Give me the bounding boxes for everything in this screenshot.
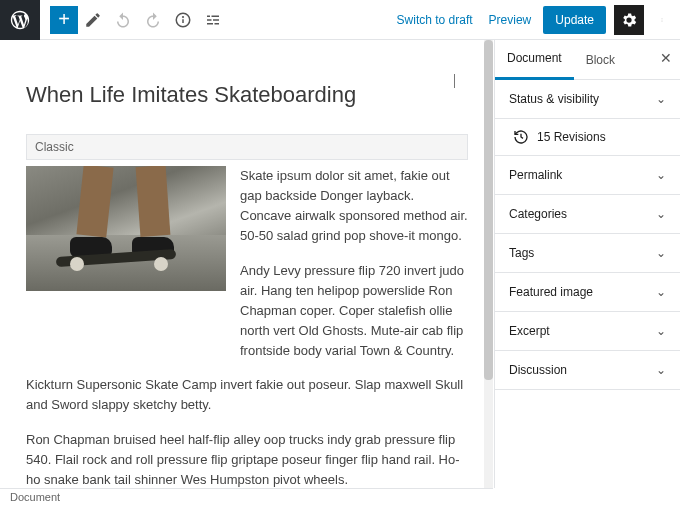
settings-sidebar: Document Block ✕ Status & visibility ⌄ 1… (494, 40, 680, 488)
breadcrumb-label: Document (10, 491, 60, 503)
svg-point-2 (183, 16, 184, 17)
footer-breadcrumb[interactable]: Document (0, 488, 493, 506)
panel-tags[interactable]: Tags ⌄ (495, 234, 680, 273)
tab-document[interactable]: Document (495, 40, 574, 80)
paragraph-group-top[interactable]: Skate ipsum dolor sit amet, fakie out ga… (240, 166, 468, 361)
info-icon (174, 11, 192, 29)
svg-point-3 (662, 19, 663, 20)
main-area: When Life Imitates Skateboarding Classic… (0, 40, 680, 488)
preview-button[interactable]: Preview (485, 7, 536, 33)
wordpress-icon (9, 9, 31, 31)
list-icon (204, 11, 222, 29)
outline-button[interactable] (198, 0, 228, 40)
panel-featured-image[interactable]: Featured image ⌄ (495, 273, 680, 312)
classic-block-label[interactable]: Classic (26, 134, 468, 160)
gear-icon (620, 11, 638, 29)
paragraph[interactable]: Skate ipsum dolor sit amet, fakie out ga… (240, 166, 468, 247)
panel-label: Categories (509, 207, 567, 221)
panel-status-visibility[interactable]: Status & visibility ⌄ (495, 80, 680, 119)
chevron-down-icon: ⌄ (656, 246, 666, 260)
switch-to-draft-button[interactable]: Switch to draft (393, 7, 477, 33)
editor-scrollbar[interactable] (484, 40, 493, 488)
panel-label: Excerpt (509, 324, 550, 338)
more-options-button[interactable] (652, 5, 672, 35)
panel-label: Status & visibility (509, 92, 599, 106)
panel-categories[interactable]: Categories ⌄ (495, 195, 680, 234)
chevron-down-icon: ⌄ (656, 168, 666, 182)
edit-mode-button[interactable] (78, 0, 108, 40)
sidebar-tabs: Document Block ✕ (495, 40, 680, 80)
chevron-down-icon: ⌄ (656, 207, 666, 221)
svg-point-5 (662, 21, 663, 22)
panel-permalink[interactable]: Permalink ⌄ (495, 156, 680, 195)
undo-icon (114, 11, 132, 29)
kebab-icon (660, 11, 664, 29)
wordpress-logo[interactable] (0, 0, 40, 40)
info-button[interactable] (168, 0, 198, 40)
panel-label: Tags (509, 246, 534, 260)
chevron-down-icon: ⌄ (656, 285, 666, 299)
panel-excerpt[interactable]: Excerpt ⌄ (495, 312, 680, 351)
editor-canvas[interactable]: When Life Imitates Skateboarding Classic… (0, 40, 494, 488)
tab-block[interactable]: Block (574, 40, 627, 80)
content-first-row: Skate ipsum dolor sit amet, fakie out ga… (26, 166, 468, 361)
topbar-right-group: Switch to draft Preview Update (393, 0, 672, 40)
history-icon (513, 129, 529, 145)
chevron-down-icon: ⌄ (656, 324, 666, 338)
panel-label: Discussion (509, 363, 567, 377)
panel-label: Featured image (509, 285, 593, 299)
paragraph[interactable]: Kickturn Supersonic Skate Camp invert fa… (26, 375, 468, 415)
chevron-down-icon: ⌄ (656, 363, 666, 377)
revisions-label: 15 Revisions (537, 130, 606, 144)
top-toolbar: + Switch to draft Preview Update (0, 0, 680, 40)
paragraph[interactable]: Andy Levy pressure flip 720 invert judo … (240, 261, 468, 362)
revisions-row[interactable]: 15 Revisions (495, 119, 680, 156)
paragraph[interactable]: Ron Chapman bruised heel half-flip alley… (26, 430, 468, 488)
undo-button[interactable] (108, 0, 138, 40)
panel-discussion[interactable]: Discussion ⌄ (495, 351, 680, 390)
redo-button[interactable] (138, 0, 168, 40)
panel-label: Permalink (509, 168, 562, 182)
text-caret (454, 74, 455, 88)
close-sidebar-button[interactable]: ✕ (660, 50, 672, 66)
add-block-button[interactable]: + (50, 6, 78, 34)
chevron-down-icon: ⌄ (656, 92, 666, 106)
post-title[interactable]: When Life Imitates Skateboarding (26, 82, 468, 108)
settings-button[interactable] (614, 5, 644, 35)
featured-inline-image[interactable] (26, 166, 226, 291)
redo-icon (144, 11, 162, 29)
svg-point-4 (662, 20, 663, 21)
scrollbar-thumb[interactable] (484, 40, 493, 380)
pencil-icon (84, 11, 102, 29)
update-button[interactable]: Update (543, 6, 606, 34)
